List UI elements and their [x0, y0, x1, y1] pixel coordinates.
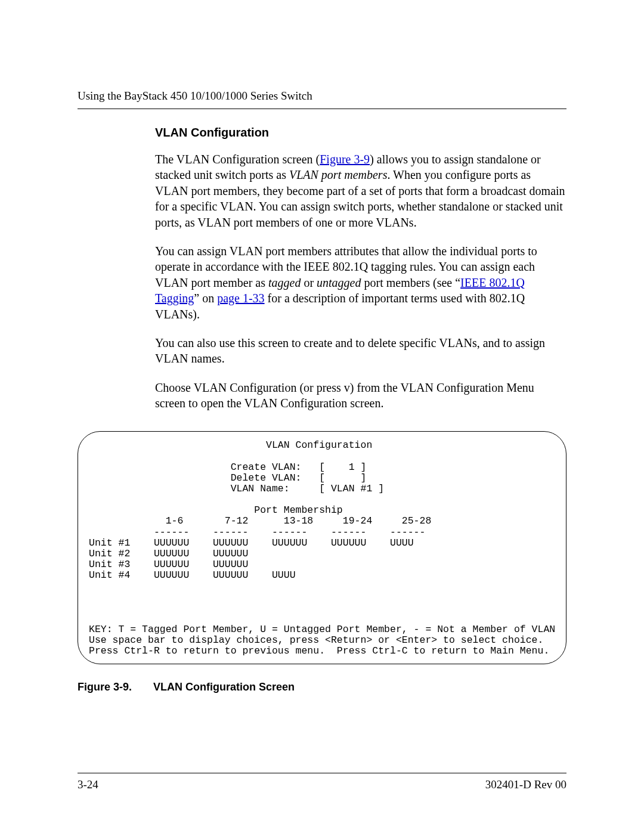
ieee-link-line1[interactable]: IEEE 802.1Q: [460, 276, 525, 289]
term-unit-4: Unit #4 UUUUUU UUUUUU UUUU: [89, 569, 296, 581]
italic-term: VLAN port members: [289, 168, 387, 181]
page-footer: 3-24 302401-D Rev 00: [78, 773, 566, 791]
paragraph-1: The VLAN Configuration screen (Figure 3-…: [155, 151, 566, 230]
caption-label: Figure 3-9.: [78, 681, 132, 693]
term-unit-1: Unit #1 UUUUUU UUUUUU UUUUUU UUUUUU UUUU: [89, 537, 414, 549]
caption-text: VLAN Configuration Screen: [153, 681, 295, 693]
page-ref-link[interactable]: page 1-33: [217, 292, 264, 305]
paragraph-4: Choose VLAN Configuration (or press v) f…: [155, 380, 566, 411]
page-number: 3-24: [78, 778, 98, 791]
page: Using the BayStack 450 10/100/1000 Serie…: [0, 0, 644, 833]
text: ” on: [194, 292, 217, 305]
italic-untagged: untagged: [317, 276, 361, 289]
term-hint-line: Use space bar to display choices, press …: [89, 634, 543, 646]
text: port members (see “: [361, 276, 461, 289]
body-content: VLAN Configuration The VLAN Configuratio…: [155, 126, 566, 411]
term-unit-3: Unit #3 UUUUUU UUUUUU: [89, 559, 248, 570]
header-rule: [78, 109, 566, 109]
text: or: [301, 276, 317, 289]
section-heading: VLAN Configuration: [155, 126, 566, 140]
paragraph-3: You can also use this screen to create a…: [155, 335, 566, 367]
terminal-figure: VLAN Configuration Create VLAN: [ 1 ] De…: [78, 431, 566, 664]
term-dashes: ------ ------ ------ ------ ------: [89, 527, 425, 538]
italic-tagged: tagged: [268, 276, 301, 289]
term-delete-vlan: Delete VLAN: [ ]: [89, 472, 366, 484]
doc-id: 302401-D Rev 00: [485, 778, 566, 791]
term-key-line: KEY: T = Tagged Port Member, U = Untagge…: [89, 624, 555, 635]
figure-caption: Figure 3-9.VLAN Configuration Screen: [78, 681, 566, 693]
running-header: Using the BayStack 450 10/100/1000 Serie…: [78, 89, 566, 103]
term-create-vlan: Create VLAN: [ 1 ]: [89, 462, 366, 473]
term-port-membership-heading: Port Membership: [89, 504, 343, 516]
figure-link[interactable]: Figure 3-9: [320, 153, 370, 166]
text: The VLAN Configuration screen (: [155, 153, 320, 166]
term-column-headers: 1-6 7-12 13-18 19-24 25-28: [89, 515, 431, 527]
term-unit-2: Unit #2 UUUUUU UUUUUU: [89, 548, 248, 559]
term-title: VLAN Configuration: [89, 439, 372, 451]
ieee-link-line2[interactable]: Tagging: [155, 292, 194, 305]
footer-rule: [78, 773, 566, 773]
term-nav-line: Press Ctrl-R to return to previous menu.…: [89, 645, 549, 657]
paragraph-2: You can assign VLAN port members attribu…: [155, 243, 566, 322]
term-vlan-name: VLAN Name: [ VLAN #1 ]: [89, 483, 384, 494]
